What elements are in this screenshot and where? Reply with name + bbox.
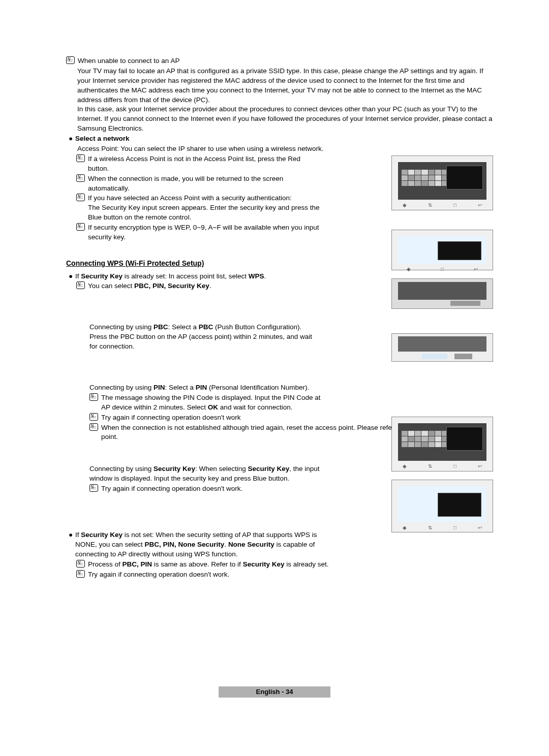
note-icon	[76, 174, 85, 182]
figure-pin	[391, 333, 493, 362]
pin-note-1: The message showing the PIN Code is disp…	[101, 393, 323, 413]
note-icon	[76, 154, 85, 162]
note-icon	[89, 484, 98, 492]
ns-note-2: Try again if connecting operation doesn'…	[88, 570, 493, 580]
note-unable-ap: When unable to connect to an AP	[78, 56, 493, 66]
note-icon	[76, 570, 85, 578]
pbc-para: Connecting by using PBC: Select a PBC (P…	[89, 323, 315, 352]
sel-note-3b: The Security Key input screen appears. E…	[88, 204, 320, 221]
figure-wps-list: ◆□↩	[391, 230, 493, 270]
sel-note-4: If security encryption type is WEP, 0~9,…	[88, 223, 320, 242]
not-set-para: If Security Key is not set: When the sec…	[75, 530, 325, 559]
bullet-icon: ●	[66, 134, 75, 144]
note-icon	[76, 281, 85, 289]
figure-security-keypad-2: ◆⇅□↩	[391, 417, 493, 471]
note-icon	[89, 393, 98, 401]
bullet-icon: ●	[66, 272, 75, 281]
select-network-heading: Select a network	[75, 135, 130, 142]
figure-none-security: ◆⇅□↩	[391, 480, 493, 532]
figure-pbc	[391, 278, 493, 309]
sk-note-1: Try again if connecting operation doesn'…	[101, 484, 320, 494]
bullet-icon: ●	[66, 530, 75, 559]
note-icon	[89, 423, 98, 431]
para-unable-2: In this case, ask your Internet service …	[77, 105, 493, 134]
note-icon	[66, 56, 75, 64]
sel-note-3: If you have selected an Access Point wit…	[88, 194, 292, 202]
sel-note-1: If a wireless Access Point is not in the…	[88, 154, 320, 174]
note-icon	[76, 223, 85, 231]
ns-note-1: Process of PBC, PIN is same as above. Re…	[88, 560, 493, 570]
figure-security-keypad: ◆⇅□↩	[391, 155, 493, 210]
note-icon	[89, 413, 98, 421]
note-icon	[76, 560, 85, 568]
note-icon	[76, 194, 85, 201]
para-unable-1: Your TV may fail to locate an AP that is…	[77, 67, 493, 105]
select-network-para: Access Point: You can select the IP shar…	[77, 144, 493, 154]
pin-para: Connecting by using PIN: Select a PIN (P…	[89, 383, 493, 393]
sk-para: Connecting by using Security Key: When s…	[89, 464, 320, 484]
page-footer: English - 34	[219, 686, 330, 698]
sel-note-2: When the connection is made, you will be…	[88, 174, 320, 194]
